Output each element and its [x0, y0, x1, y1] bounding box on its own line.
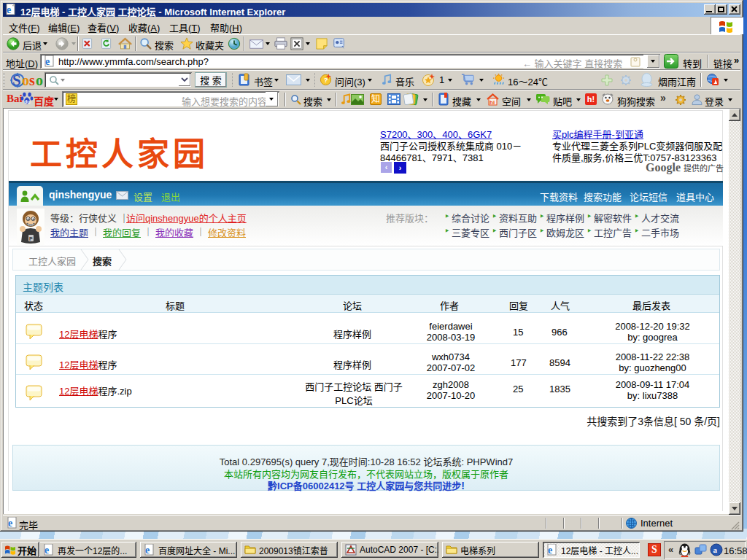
svg-text:o: o: [22, 72, 29, 88]
svg-text:e: e: [7, 4, 11, 15]
svg-text:a: a: [713, 545, 718, 554]
svg-text:hi: hi: [489, 99, 495, 106]
svg-text:S: S: [12, 71, 21, 88]
svg-text:o: o: [36, 72, 43, 88]
svg-text:e: e: [548, 545, 552, 556]
svg-text:?: ?: [324, 76, 328, 84]
svg-text:s: s: [29, 72, 35, 88]
svg-text:e: e: [8, 518, 12, 529]
svg-text:P: P: [29, 236, 33, 241]
svg-text:e: e: [44, 545, 49, 556]
svg-text:e: e: [45, 56, 50, 67]
svg-text:du: du: [24, 98, 31, 105]
svg-text:e: e: [145, 545, 150, 556]
